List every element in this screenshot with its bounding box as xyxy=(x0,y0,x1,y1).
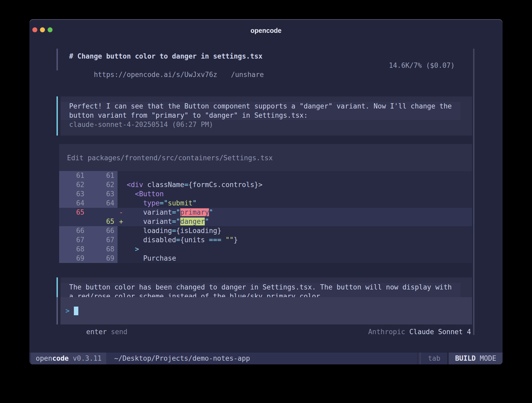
old-line-number: 67 xyxy=(59,235,84,245)
code-token: =" xyxy=(160,199,168,207)
model-timestamp: claude-sonnet-4-20250514 (06:27 PM) xyxy=(60,120,472,129)
code-token: === xyxy=(209,236,226,244)
build-mode-toggle[interactable]: BUILD MODE xyxy=(449,353,503,364)
diff-row: 6363 <Button xyxy=(59,189,472,199)
code-token: > xyxy=(135,245,139,253)
diff-gutter: 65 xyxy=(59,217,117,226)
code-token xyxy=(127,254,143,262)
scrollbar-track[interactable] xyxy=(473,49,474,335)
new-line-number xyxy=(84,208,114,217)
code-token: variant xyxy=(143,218,172,225)
diff-gutter: 6464 xyxy=(59,199,117,208)
new-line-number: 63 xyxy=(84,189,114,199)
diff-row: 6767 disabled={units === ""} xyxy=(59,235,472,245)
diff-gutter: 6363 xyxy=(59,189,117,199)
diff-marker xyxy=(117,226,127,235)
code-token: type xyxy=(143,199,160,207)
code-token: " xyxy=(192,199,197,207)
tab-key-hint: tab xyxy=(422,353,447,364)
old-line-number: 64 xyxy=(59,199,84,208)
code-token: } xyxy=(234,236,238,244)
code-token xyxy=(127,218,143,225)
old-line-number: 62 xyxy=(59,180,84,189)
mode-suffix: MODE xyxy=(476,354,496,363)
message-line: Perfect! I can see that the Button compo… xyxy=(69,102,461,111)
diff-row: 6666 loading={isLoading} xyxy=(59,226,472,235)
provider-label: Anthropic xyxy=(368,328,410,336)
share-url[interactable]: https://opencode.ai/s/UwJxv76z xyxy=(94,71,217,79)
code-token: variant xyxy=(143,208,172,216)
app-name-code: code xyxy=(52,354,69,363)
diff-code-line: Purchase xyxy=(127,254,176,263)
old-line-number: 63 xyxy=(59,189,84,199)
diff-gutter: 6666 xyxy=(59,226,117,235)
diff-code-line: <div className={formCs.controls}> xyxy=(127,180,263,189)
message-line: The button color has been changed to dan… xyxy=(69,283,461,292)
diff-row: 6262<div className={formCs.controls}> xyxy=(59,180,472,189)
edit-tool-block: Edit packages/frontend/src/containers/Se… xyxy=(57,144,472,263)
diff-code-line: variant="danger" xyxy=(127,217,209,226)
text-cursor xyxy=(74,307,78,315)
old-line-number: 66 xyxy=(59,226,84,235)
app-version: v0.3.11 xyxy=(69,354,101,363)
assistant-message: Perfect! I can see that the Button compo… xyxy=(57,96,472,136)
diff-marker xyxy=(117,254,127,263)
prompt-input[interactable]: > xyxy=(57,297,472,324)
diff-row: 6969 Purchase xyxy=(59,254,472,263)
new-line-number: 69 xyxy=(84,254,114,263)
code-token: =" xyxy=(172,218,180,225)
code-token: = xyxy=(176,236,180,244)
new-line-number: 64 xyxy=(84,199,114,208)
edit-file-title: Edit packages/frontend/src/containers/Se… xyxy=(59,144,472,171)
token-usage: 14.6K/7% ($0.07) xyxy=(389,61,455,70)
titlebar: opencode xyxy=(29,19,503,35)
new-line-number: 61 xyxy=(84,171,114,180)
status-bar: opencode v0.3.11 ~/Desktop/Projects/demo… xyxy=(29,353,503,364)
code-token: = xyxy=(172,227,176,235)
code-token xyxy=(127,227,143,235)
enter-key-label: enter xyxy=(86,328,107,336)
diff-row: 65- variant="primary" xyxy=(59,208,472,217)
code-token: <Button xyxy=(135,190,164,198)
diff-gutter: 6262 xyxy=(59,180,117,189)
diff-gutter: 6161 xyxy=(59,171,117,180)
diff-gutter: 6767 xyxy=(59,235,117,245)
diff-code-line: loading={isLoading} xyxy=(127,226,221,235)
working-directory: ~/Desktop/Projects/demo-notes-app xyxy=(114,353,250,364)
new-line-number: 67 xyxy=(84,235,114,245)
enter-hint: enter send xyxy=(86,327,127,337)
session-title: # Change button color to danger in setti… xyxy=(69,52,463,61)
code-token: = xyxy=(184,181,188,189)
new-line-number: 62 xyxy=(84,180,114,189)
code-token: =" xyxy=(172,208,180,216)
send-action-label: send xyxy=(107,328,127,336)
diff-code-line: > xyxy=(127,245,139,254)
message-text: Perfect! I can see that the Button compo… xyxy=(60,102,461,120)
new-line-number: 66 xyxy=(84,226,114,235)
old-line-number: 69 xyxy=(59,254,84,263)
diff-marker xyxy=(117,235,127,245)
diff-code-line: disabled={units === ""} xyxy=(127,235,238,245)
unshare-command[interactable]: /unshare xyxy=(231,71,264,79)
diff-code-line: <Button xyxy=(127,189,164,199)
code-token: primary xyxy=(180,208,209,216)
diff-code-line: type="submit" xyxy=(127,199,197,208)
new-line-number: 68 xyxy=(84,245,114,254)
diff-gutter: 6868 xyxy=(59,245,117,254)
code-token: {isLoading} xyxy=(176,227,221,235)
code-token xyxy=(127,208,143,216)
session-subline: https://opencode.ai/s/UwJxv76z/unshare 1… xyxy=(69,61,463,70)
app-name-open: open xyxy=(36,354,52,363)
diff-marker: + xyxy=(117,217,127,226)
code-token: {formCs.controls}> xyxy=(188,181,263,189)
diff-gutter: 65 xyxy=(59,208,117,217)
app-version-badge: opencode v0.3.11 xyxy=(31,353,106,364)
code-token: {units xyxy=(180,236,209,244)
hint-row: enter send Anthropic Claude Sonnet 4 xyxy=(57,327,472,337)
opencode-window: opencode # Change button color to danger… xyxy=(29,19,503,364)
old-line-number: 65 xyxy=(59,208,84,217)
model-indicator[interactable]: Anthropic Claude Sonnet 4 xyxy=(368,327,471,337)
statusbar-notches xyxy=(417,353,422,364)
old-line-number xyxy=(59,217,84,226)
code-token: submit xyxy=(168,199,193,207)
